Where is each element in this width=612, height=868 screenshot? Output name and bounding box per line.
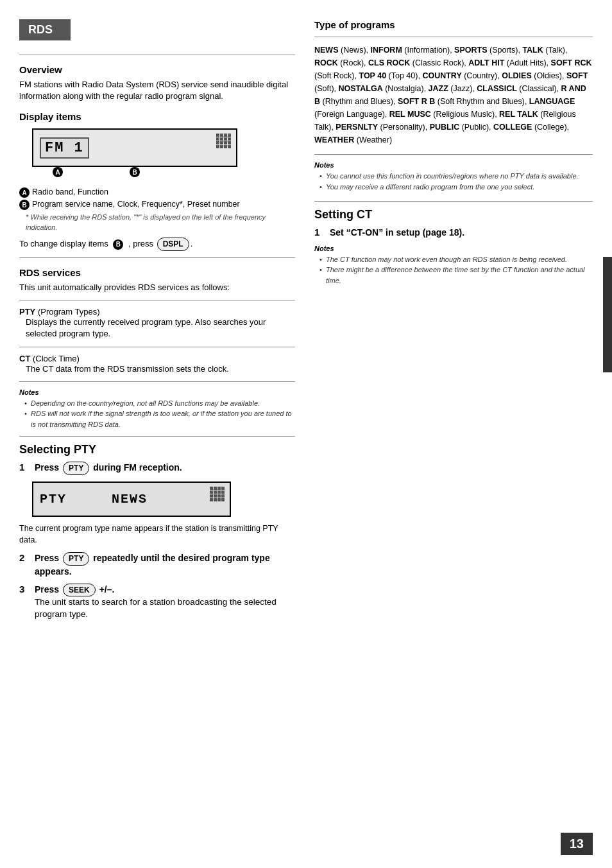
dspl-press-text: , press — [128, 239, 156, 248]
setting-ct-note-1: The CT function may not work even though… — [321, 254, 593, 265]
pty-display: PTY NEWS — [32, 482, 231, 517]
annotation-a-text: Radio band, Function — [32, 187, 108, 196]
step-2: 2 Press PTY repeatedly until the desired… — [19, 552, 295, 578]
step-3: 3 Press SEEK +/–. The unit starts to sea… — [19, 584, 295, 621]
page: RDS Overview FM stations with Radio Data… — [0, 0, 612, 868]
dspl-note-line: To change display items B , press DSPL. — [19, 238, 295, 251]
rds-notes-list: Depending on the country/region, not all… — [19, 398, 295, 430]
display-dots — [216, 134, 231, 148]
pty-label: PTY — [19, 307, 35, 317]
step-1-text: during FM reception. — [93, 462, 182, 473]
type-programs-note-2: You may receive a different radio progra… — [321, 182, 593, 193]
circle-b: B — [130, 167, 140, 177]
step-3-num: 3 — [19, 584, 30, 595]
right-column: Type of programs NEWS (News), INFORM (In… — [314, 19, 593, 849]
overview-title: Overview — [19, 64, 295, 75]
setting-ct-notes-list: The CT function may not work even though… — [314, 254, 593, 286]
label-b: B — [130, 167, 142, 177]
type-of-programs-title: Type of programs — [314, 19, 593, 30]
rds-title: RDS — [28, 23, 53, 36]
step-3-note: The unit starts to search for a station … — [35, 597, 276, 619]
pty-button-1[interactable]: PTY — [63, 462, 89, 475]
divider-ct — [19, 347, 295, 347]
step-1-label: Press — [35, 462, 59, 473]
pty-paren: (Program Types) — [38, 307, 100, 317]
step-2-num: 2 — [19, 552, 30, 563]
display-fm-text: FM 1 — [40, 137, 89, 159]
step-3-text: +/–. — [99, 584, 115, 595]
divider-rds-services — [19, 257, 295, 258]
dspl-note-text: To change display items — [19, 239, 108, 248]
pty-button-2[interactable]: PTY — [63, 552, 89, 566]
ct-step-1-num: 1 — [314, 227, 325, 238]
divider-setting-ct — [314, 201, 593, 202]
ct-section: CT (Clock Time) The CT data from the RDS… — [19, 354, 295, 375]
rds-title-banner: RDS — [19, 19, 71, 40]
pty-section: PTY (Program Types) Displays the current… — [19, 307, 295, 340]
page-number: 13 — [561, 833, 593, 855]
circle-a: A — [53, 167, 63, 177]
annotation-b: B Program service name, Clock, Frequency… — [19, 200, 295, 210]
annotation-a: A Radio band, Function — [19, 187, 295, 198]
selecting-pty-title: Selecting PTY — [19, 443, 295, 456]
divider-after-rds — [19, 55, 295, 55]
circle-b-inline: B — [113, 239, 123, 250]
ct-step-1: 1 Set “CT-ON” in setup (page 18). — [314, 227, 593, 239]
step-3-label: Press — [35, 584, 59, 595]
step-2-content: Press PTY repeatedly until the desired p… — [35, 552, 295, 578]
pty-dots — [210, 487, 225, 501]
label-a: A — [53, 167, 65, 177]
divider-type-programs — [314, 37, 593, 37]
step-1: 1 Press PTY during FM reception. — [19, 462, 295, 475]
rds-notes-title: Notes — [19, 388, 295, 396]
setting-ct-notes-title: Notes — [314, 245, 593, 252]
circle-a-label: A — [19, 187, 30, 198]
divider-programs-notes — [314, 154, 593, 155]
type-programs-note-1: You cannot use this function in countrie… — [321, 171, 593, 182]
ct-label: CT — [19, 354, 30, 363]
circle-b-label: B — [19, 200, 30, 210]
programs-text: NEWS (News), INFORM (Information), SPORT… — [314, 44, 593, 146]
dspl-button[interactable]: DSPL — [157, 238, 189, 251]
display-diagram: FM 1 A B — [32, 128, 237, 167]
divider-selecting-pty — [19, 436, 295, 437]
rds-services-title: RDS services — [19, 267, 295, 278]
step-1-note: The current program type name appears if… — [19, 523, 295, 546]
setting-ct-title: Setting CT — [314, 208, 593, 221]
ct-step-1-content: Set “CT-ON” in setup (page 18). — [330, 227, 593, 239]
ct-desc: The CT data from the RDS transmission se… — [26, 363, 295, 375]
dspl-b-label: B — [113, 239, 126, 248]
divider-notes — [19, 381, 295, 382]
right-side-bar — [603, 257, 612, 372]
rds-note-1: Depending on the country/region, not all… — [26, 398, 295, 409]
pty-display-text: PTY NEWS — [40, 492, 148, 507]
display-diagram-container: FM 1 A B — [19, 128, 295, 167]
step-1-num: 1 — [19, 462, 30, 473]
seek-button[interactable]: SEEK — [63, 584, 96, 597]
display-footnote: * While receiving the RDS station, "*" i… — [26, 213, 295, 232]
pty-desc: Displays the currently received program … — [26, 317, 295, 340]
setting-ct-note-2: There might be a difference between the … — [321, 265, 593, 286]
divider-pty — [19, 300, 295, 300]
left-column: RDS Overview FM stations with Radio Data… — [19, 19, 295, 849]
type-programs-notes-list: You cannot use this function in countrie… — [314, 171, 593, 192]
display-items-title: Display items — [19, 111, 295, 122]
overview-text: FM stations with Radio Data System (RDS)… — [19, 79, 295, 102]
rds-note-2: RDS will not work if the signal strength… — [26, 408, 295, 430]
annotation-b-text: Program service name, Clock, Frequency*,… — [32, 200, 240, 209]
rds-services-intro: This unit automatically provides RDS ser… — [19, 282, 295, 293]
type-programs-notes-title: Notes — [314, 161, 593, 169]
ct-paren: (Clock Time) — [33, 354, 80, 363]
step-1-content: Press PTY during FM reception. — [35, 462, 295, 475]
step-3-content: Press SEEK +/–. The unit starts to searc… — [35, 584, 295, 621]
step-2-label: Press — [35, 553, 59, 563]
